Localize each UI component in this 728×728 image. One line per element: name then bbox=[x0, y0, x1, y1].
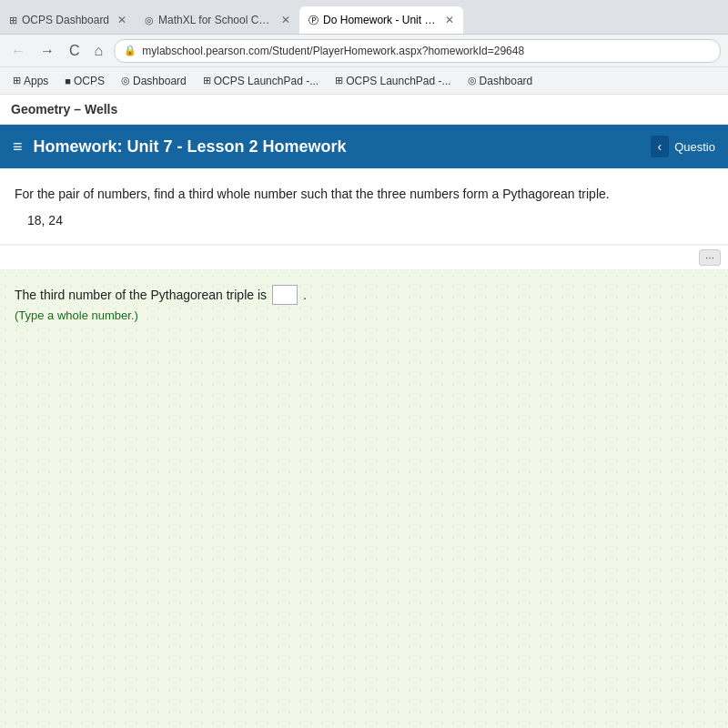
bookmarks-bar: ⊞ Apps ■ OCPS ◎ Dashboard ⊞ OCPS LaunchP… bbox=[0, 67, 728, 95]
tab-ocps[interactable]: ⊞ OCPS Dashboard ✕ bbox=[0, 6, 136, 34]
bookmark-launchpad1-label: OCPS LaunchPad -... bbox=[214, 75, 318, 87]
bookmark-apps[interactable]: ⊞ Apps bbox=[7, 73, 54, 89]
question-numbers: 18, 24 bbox=[27, 213, 713, 228]
bookmark-apps-label: Apps bbox=[24, 75, 48, 87]
bookmark-launchpad1-icon: ⊞ bbox=[203, 75, 211, 86]
bookmark-ocps-icon: ■ bbox=[65, 76, 71, 86]
bookmark-ocps-label: OCPS bbox=[74, 75, 105, 87]
bookmark-launchpad2[interactable]: ⊞ OCPS LaunchPad -... bbox=[329, 73, 456, 89]
homework-title: Homework: Unit 7 - Lesson 2 Homework bbox=[34, 137, 640, 157]
back-button[interactable]: ← bbox=[7, 41, 29, 61]
answer-suffix: . bbox=[303, 288, 307, 302]
course-title: Geometry – Wells bbox=[0, 95, 728, 125]
tab-bar: ⊞ OCPS Dashboard ✕ ◎ MathXL for School C… bbox=[0, 0, 728, 35]
tab-mathxl-label: MathXL for School Course Home bbox=[158, 14, 273, 26]
question-instruction: For the pair of numbers, find a third wh… bbox=[15, 185, 713, 204]
tab-mathxl[interactable]: ◎ MathXL for School Course Home ✕ bbox=[136, 6, 299, 34]
address-bar: ← → C ⌂ 🔒 mylabschool.pearson.com/Studen… bbox=[0, 35, 728, 67]
bookmark-dashboard[interactable]: ◎ Dashboard bbox=[116, 73, 192, 89]
question-label: Questio bbox=[674, 140, 715, 154]
bookmark-dashboard-label: Dashboard bbox=[133, 75, 187, 87]
forward-button[interactable]: → bbox=[36, 41, 58, 61]
bookmark-apps-icon: ⊞ bbox=[13, 75, 21, 86]
home-button[interactable]: ⌂ bbox=[91, 41, 107, 61]
bookmark-launchpad1[interactable]: ⊞ OCPS LaunchPad -... bbox=[197, 73, 324, 89]
answer-text: The third number of the Pythagorean trip… bbox=[15, 285, 713, 305]
answer-prefix: The third number of the Pythagorean trip… bbox=[15, 288, 267, 302]
hamburger-menu[interactable]: ≡ bbox=[13, 137, 23, 157]
tab-ocps-label: OCPS Dashboard bbox=[22, 14, 109, 26]
page-content: Geometry – Wells ≡ Homework: Unit 7 - Le… bbox=[0, 95, 728, 728]
tab-mathxl-icon: ◎ bbox=[145, 15, 154, 26]
answer-content: The third number of the Pythagorean trip… bbox=[15, 285, 713, 322]
prev-question-button[interactable]: ‹ bbox=[651, 136, 670, 157]
question-area: For the pair of numbers, find a third wh… bbox=[0, 168, 728, 246]
tab-homework-icon: Ⓟ bbox=[308, 14, 318, 27]
answer-bg-pattern bbox=[0, 270, 728, 728]
bookmark-launchpad2-icon: ⊞ bbox=[335, 75, 343, 86]
tab-ocps-close[interactable]: ✕ bbox=[117, 14, 126, 26]
browser-window: ⊞ OCPS Dashboard ✕ ◎ MathXL for School C… bbox=[0, 0, 728, 728]
address-input[interactable]: 🔒 mylabschool.pearson.com/Student/Player… bbox=[114, 39, 721, 63]
bookmark-dashboard2[interactable]: ◎ Dashboard bbox=[462, 73, 539, 89]
reload-button[interactable]: C bbox=[66, 41, 84, 61]
bookmark-dashboard2-label: Dashboard bbox=[480, 75, 533, 87]
tab-ocps-icon: ⊞ bbox=[9, 15, 17, 26]
bookmark-dashboard2-icon: ◎ bbox=[468, 75, 477, 86]
more-button[interactable]: ··· bbox=[699, 249, 721, 266]
tab-homework-label: Do Homework - Unit 7 - bbox=[323, 14, 437, 26]
tab-homework-close[interactable]: ✕ bbox=[445, 14, 454, 26]
homework-header: ≡ Homework: Unit 7 - Lesson 2 Homework ‹… bbox=[0, 125, 728, 168]
tab-mathxl-close[interactable]: ✕ bbox=[281, 14, 290, 26]
lock-icon: 🔒 bbox=[124, 45, 136, 56]
bookmark-ocps[interactable]: ■ OCPS bbox=[59, 73, 110, 89]
answer-hint: (Type a whole number.) bbox=[15, 308, 713, 322]
bookmark-dashboard-icon: ◎ bbox=[121, 75, 130, 86]
bookmark-launchpad2-label: OCPS LaunchPad -... bbox=[346, 75, 450, 87]
more-indicator: ··· bbox=[0, 246, 728, 270]
tab-homework[interactable]: Ⓟ Do Homework - Unit 7 - ✕ bbox=[299, 6, 463, 34]
question-nav: ‹ Questio bbox=[651, 136, 715, 157]
answer-input[interactable] bbox=[272, 285, 298, 305]
answer-area: The third number of the Pythagorean trip… bbox=[0, 270, 728, 728]
address-text: mylabschool.pearson.com/Student/PlayerHo… bbox=[142, 45, 524, 57]
